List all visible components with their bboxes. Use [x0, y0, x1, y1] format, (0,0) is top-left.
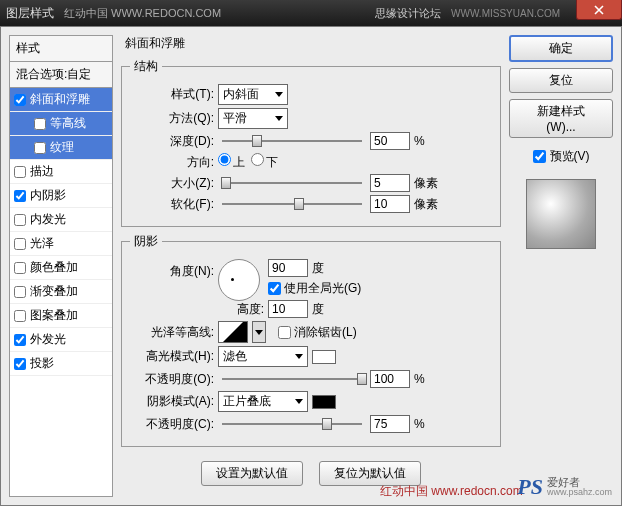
hl-op-slider[interactable]	[222, 372, 362, 386]
direction-up[interactable]: 上	[218, 153, 245, 171]
sidebar-item-4[interactable]: 内阴影	[10, 184, 112, 208]
depth-unit: %	[414, 134, 425, 148]
gloss-contour-dropdown[interactable]	[252, 321, 266, 343]
hl-mode-select[interactable]: 滤色	[218, 346, 308, 367]
sidebar-checkbox[interactable]	[14, 334, 26, 346]
depth-input[interactable]	[370, 132, 410, 150]
sidebar-checkbox[interactable]	[14, 286, 26, 298]
angle-label: 角度(N):	[130, 263, 214, 280]
hl-op-input[interactable]	[370, 370, 410, 388]
window-title: 图层样式	[6, 5, 54, 22]
watermark: PS 爱好者 www.psahz.com	[517, 474, 612, 500]
close-button[interactable]	[576, 0, 622, 20]
depth-slider[interactable]	[222, 134, 362, 148]
sidebar-item-5[interactable]: 内发光	[10, 208, 112, 232]
chevron-down-icon	[255, 330, 263, 335]
sh-color-swatch[interactable]	[312, 395, 336, 409]
panel-title: 斜面和浮雕	[121, 35, 501, 52]
structure-legend: 结构	[130, 58, 162, 75]
sidebar-header: 样式	[10, 36, 112, 62]
size-unit: 像素	[414, 175, 438, 192]
preview-swatch	[526, 179, 596, 249]
footer-brand-cn: 红动中国 www.redocn.com	[380, 483, 523, 500]
sidebar-item-7[interactable]: 颜色叠加	[10, 256, 112, 280]
sidebar-item-9[interactable]: 图案叠加	[10, 304, 112, 328]
angle-unit: 度	[312, 260, 324, 277]
angle-dial[interactable]	[218, 259, 260, 301]
altitude-unit: 度	[312, 301, 324, 318]
sidebar-checkbox[interactable]	[14, 94, 26, 106]
brand-left: 红动中国 WWW.REDOCN.COM	[64, 6, 221, 21]
shadow-legend: 阴影	[130, 233, 162, 250]
sidebar-item-3[interactable]: 描边	[10, 160, 112, 184]
hl-op-label: 不透明度(O):	[130, 371, 214, 388]
styles-sidebar: 样式 混合选项:自定 斜面和浮雕等高线纹理描边内阴影内发光光泽颜色叠加渐变叠加图…	[9, 35, 113, 497]
method-select[interactable]: 平滑	[218, 108, 288, 129]
soften-input[interactable]	[370, 195, 410, 213]
new-style-button[interactable]: 新建样式(W)...	[509, 99, 613, 138]
direction-down[interactable]: 下	[251, 153, 278, 171]
hl-color-swatch[interactable]	[312, 350, 336, 364]
sidebar-item-0[interactable]: 斜面和浮雕	[10, 88, 112, 112]
sh-op-slider[interactable]	[222, 417, 362, 431]
sidebar-item-label: 投影	[30, 355, 54, 372]
sidebar-checkbox[interactable]	[14, 262, 26, 274]
sidebar-checkbox[interactable]	[34, 142, 46, 154]
hl-mode-value: 滤色	[223, 348, 247, 365]
style-select[interactable]: 内斜面	[218, 84, 288, 105]
chevron-down-icon	[275, 116, 283, 121]
gloss-label: 光泽等高线:	[130, 324, 214, 341]
gloss-contour-swatch[interactable]	[218, 321, 248, 343]
ps-logo: PS	[517, 474, 543, 500]
cancel-button[interactable]: 复位	[509, 68, 613, 93]
sh-mode-select[interactable]: 正片叠底	[218, 391, 308, 412]
sidebar-item-label: 等高线	[50, 115, 86, 132]
sidebar-checkbox[interactable]	[14, 214, 26, 226]
sidebar-checkbox[interactable]	[14, 238, 26, 250]
sidebar-item-1[interactable]: 等高线	[10, 112, 112, 136]
sidebar-item-10[interactable]: 外发光	[10, 328, 112, 352]
sidebar-item-2[interactable]: 纹理	[10, 136, 112, 160]
sidebar-item-8[interactable]: 渐变叠加	[10, 280, 112, 304]
sh-mode-label: 阴影模式(A):	[130, 393, 214, 410]
sidebar-item-label: 颜色叠加	[30, 259, 78, 276]
size-input[interactable]	[370, 174, 410, 192]
chevron-down-icon	[275, 92, 283, 97]
ok-button[interactable]: 确定	[509, 35, 613, 62]
hl-mode-label: 高光模式(H):	[130, 348, 214, 365]
title-bar: 图层样式 红动中国 WWW.REDOCN.COM 思缘设计论坛 WWW.MISS…	[0, 0, 622, 26]
depth-label: 深度(D):	[130, 133, 214, 150]
anti-alias-checkbox[interactable]: 消除锯齿(L)	[278, 324, 357, 341]
altitude-label: 高度:	[222, 301, 264, 318]
sidebar-checkbox[interactable]	[14, 358, 26, 370]
radio-down[interactable]	[251, 153, 264, 166]
chevron-down-icon	[295, 354, 303, 359]
soften-label: 软化(F):	[130, 196, 214, 213]
sidebar-checkbox[interactable]	[14, 190, 26, 202]
sidebar-checkbox[interactable]	[34, 118, 46, 130]
sidebar-item-11[interactable]: 投影	[10, 352, 112, 376]
sidebar-checkbox[interactable]	[14, 310, 26, 322]
soften-slider[interactable]	[222, 197, 362, 211]
sidebar-item-label: 纹理	[50, 139, 74, 156]
sidebar-item-6[interactable]: 光泽	[10, 232, 112, 256]
sidebar-checkbox[interactable]	[14, 166, 26, 178]
global-light-checkbox[interactable]: 使用全局光(G)	[268, 280, 361, 297]
hl-op-unit: %	[414, 372, 425, 386]
radio-up[interactable]	[218, 153, 231, 166]
method-label: 方法(Q):	[130, 110, 214, 127]
angle-input[interactable]	[268, 259, 308, 277]
set-default-button[interactable]: 设置为默认值	[201, 461, 303, 486]
preview-checkbox[interactable]: 预览(V)	[509, 148, 613, 165]
dialog-body: 样式 混合选项:自定 斜面和浮雕等高线纹理描边内阴影内发光光泽颜色叠加渐变叠加图…	[0, 26, 622, 506]
sh-op-input[interactable]	[370, 415, 410, 433]
direction-label: 方向:	[130, 154, 214, 171]
sidebar-item-label: 内阴影	[30, 187, 66, 204]
ps-url: www.psahz.com	[547, 488, 612, 497]
size-slider[interactable]	[222, 176, 362, 190]
sidebar-item-label: 描边	[30, 163, 54, 180]
sidebar-sub[interactable]: 混合选项:自定	[10, 62, 112, 88]
sidebar-item-label: 外发光	[30, 331, 66, 348]
style-value: 内斜面	[223, 86, 259, 103]
altitude-input[interactable]	[268, 300, 308, 318]
